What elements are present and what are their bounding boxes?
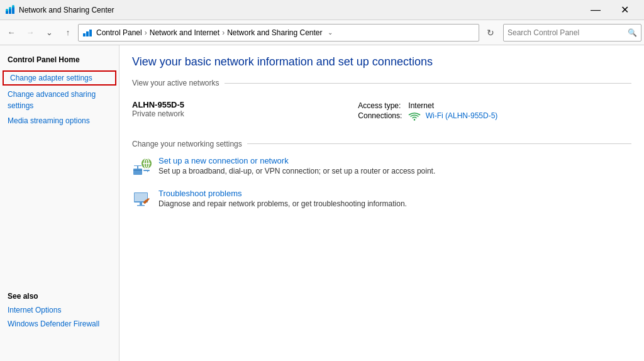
- new-connection-icon: [132, 157, 152, 177]
- forward-button[interactable]: →: [21, 24, 39, 42]
- svg-point-3: [6, 9, 8, 11]
- sidebar-item-change-sharing[interactable]: Change advanced sharing settings: [0, 87, 119, 113]
- search-bar: 🔍: [503, 24, 641, 42]
- minimize-button[interactable]: —: [581, 0, 610, 20]
- breadcrumb-control-panel[interactable]: Control Panel: [96, 28, 142, 37]
- change-networking-header: Change your networking settings: [132, 140, 631, 148]
- sidebar-item-media-streaming[interactable]: Media streaming options: [0, 113, 119, 128]
- title-bar: Network and Sharing Center — ✕: [0, 0, 644, 20]
- window-title: Network and Sharing Center: [19, 6, 581, 14]
- connections-value: Wi-Fi (ALHN-955D-5): [408, 111, 497, 121]
- sidebar-item-windows-defender[interactable]: Windows Defender Firewall: [8, 317, 112, 331]
- see-also-title: See also: [8, 292, 112, 301]
- window-controls: — ✕: [581, 0, 639, 20]
- svg-point-9: [414, 119, 415, 120]
- new-connection-desc: Set up a broadband, dial-up, or VPN conn…: [158, 167, 631, 175]
- new-connection-link[interactable]: Set up a new connection or network: [158, 156, 289, 165]
- troubleshoot-icon-svg: [132, 190, 152, 210]
- svg-rect-21: [137, 205, 145, 206]
- connections-label: Connections:: [358, 111, 407, 121]
- sidebar-item-change-adapter[interactable]: Change adapter settings: [3, 70, 116, 86]
- troubleshoot-desc: Diagnose and repair network problems, or…: [158, 199, 631, 208]
- wifi-connection-link[interactable]: Wi-Fi (ALHN-955D-5): [426, 111, 498, 120]
- wifi-icon: [408, 112, 421, 121]
- page-title: View your basic network information and …: [132, 55, 631, 69]
- active-networks-label: View your active networks: [132, 79, 219, 87]
- settings-item-troubleshoot: Troubleshoot problems Diagnose and repai…: [132, 189, 631, 210]
- sidebar-item-internet-options[interactable]: Internet Options: [8, 303, 112, 317]
- search-input[interactable]: [508, 28, 628, 37]
- network-details-table: Access type: Internet Connections:: [357, 100, 499, 122]
- troubleshoot-link[interactable]: Troubleshoot problems: [158, 189, 242, 198]
- svg-point-5: [12, 5, 14, 8]
- search-icon: 🔍: [628, 28, 637, 37]
- access-type-value: Internet: [408, 101, 497, 110]
- change-networking-label: Change your networking settings: [132, 140, 242, 148]
- up-button[interactable]: ↑: [59, 24, 77, 42]
- sidebar-home-title[interactable]: Control Panel Home: [0, 53, 119, 69]
- svg-rect-1: [9, 9, 11, 14]
- network-name-cell: ALHN-955D-5 Private network: [132, 95, 357, 127]
- svg-marker-17: [147, 170, 150, 172]
- breadcrumb-network-sharing[interactable]: Network and Sharing Center: [227, 28, 322, 37]
- back-button[interactable]: ←: [3, 24, 20, 42]
- network-info-cell: Access type: Internet Connections:: [357, 95, 631, 127]
- refresh-button[interactable]: ↻: [482, 24, 499, 42]
- svg-rect-6: [83, 33, 86, 36]
- svg-rect-10: [133, 169, 142, 175]
- section-divider-2: [247, 143, 631, 144]
- app-icon: [5, 5, 15, 15]
- svg-rect-8: [89, 30, 92, 36]
- recent-button[interactable]: ⌄: [40, 24, 58, 42]
- svg-rect-12: [137, 166, 138, 169]
- network-type: Private network: [132, 109, 357, 118]
- nav-bar: ← → ⌄ ↑ Control Panel › Network and Inte…: [0, 20, 644, 45]
- see-also-section: See also Internet Options Windows Defend…: [0, 287, 119, 336]
- new-connection-text: Set up a new connection or network Set u…: [158, 156, 631, 175]
- close-button[interactable]: ✕: [610, 0, 639, 20]
- connection-icon-svg: [132, 157, 152, 177]
- svg-point-4: [9, 7, 11, 9]
- breadcrumb-network-internet[interactable]: Network and Internet: [150, 28, 219, 37]
- section-divider: [225, 83, 631, 84]
- main-layout: Control Panel Home Change adapter settin…: [0, 45, 644, 361]
- networks-table: ALHN-955D-5 Private network Access type:…: [132, 95, 631, 127]
- content-area: View your basic network information and …: [119, 45, 644, 361]
- network-name: ALHN-955D-5: [132, 100, 357, 109]
- address-bar-icon: [82, 28, 92, 38]
- settings-item-new-connection: Set up a new connection or network Set u…: [132, 156, 631, 177]
- troubleshoot-icon: [132, 190, 152, 210]
- svg-rect-7: [86, 31, 89, 36]
- svg-rect-11: [133, 170, 142, 170]
- svg-rect-2: [12, 7, 14, 14]
- troubleshoot-text: Troubleshoot problems Diagnose and repai…: [158, 189, 631, 208]
- active-networks-header: View your active networks: [132, 79, 631, 87]
- wifi-signal-icon: [408, 112, 421, 121]
- svg-rect-20: [140, 203, 142, 205]
- address-bar: Control Panel › Network and Internet › N…: [78, 24, 479, 42]
- svg-rect-13: [134, 165, 142, 166]
- address-dropdown-button[interactable]: ⌄: [323, 25, 338, 41]
- sidebar: Control Panel Home Change adapter settin…: [0, 45, 119, 361]
- svg-rect-19: [135, 193, 147, 201]
- access-type-label: Access type:: [358, 101, 407, 110]
